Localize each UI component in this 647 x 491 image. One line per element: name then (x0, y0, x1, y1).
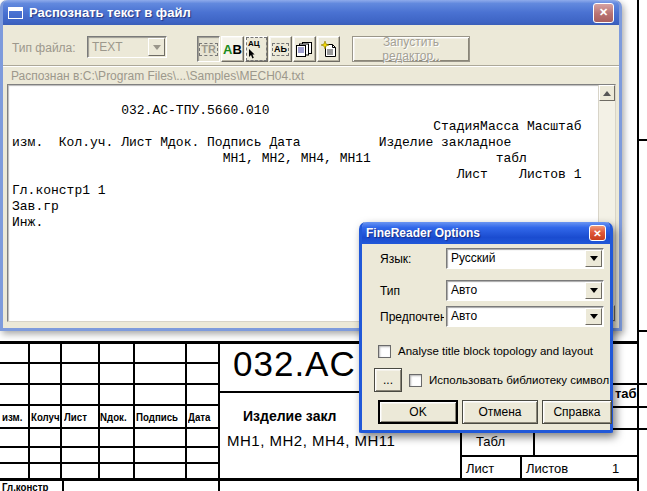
drawing-chief-designer: Гл.констр (2, 481, 48, 491)
new-page-toolbutton[interactable] (317, 36, 340, 62)
type-value: Авто (451, 283, 477, 297)
drawing-product-title: Изделие закл (243, 408, 337, 424)
analyse-title-block-label: Analyse title block topology and layout (398, 345, 593, 357)
analyse-title-block-checkbox[interactable] (378, 345, 391, 358)
drawing-number: 032.AC (233, 344, 356, 384)
dialog-body: Язык: Русский Тип Авто Предпочтен Авто A… (362, 244, 610, 427)
drawing-line (613, 383, 647, 385)
drawing-header-list: Лист (64, 411, 87, 423)
language-value: Русский (451, 251, 496, 265)
help-button[interactable]: Справка (542, 400, 612, 424)
drawing-line (60, 342, 62, 478)
drawing-scale-fragment: таб (615, 386, 637, 401)
drawing-sheets-count: 1 (612, 461, 619, 476)
drawing-line (613, 428, 647, 430)
chevron-down-icon[interactable] (148, 38, 165, 56)
recognize-window-titlebar[interactable]: Распознать текст в файл ✕ (3, 0, 619, 25)
drawing-header-data: Дата (188, 411, 210, 423)
drawing-line (133, 342, 135, 478)
finereader-options-dialog: FineReader Options ✕ Язык: Русский Тип А… (359, 222, 613, 433)
chevron-down-icon[interactable] (585, 250, 602, 267)
close-icon[interactable]: ✕ (589, 225, 606, 241)
use-symbol-library-label: Использовать библиотеку символ (429, 374, 609, 386)
drawing-line (98, 342, 100, 478)
drawing-header-izm: изм. (2, 411, 22, 423)
run-editor-button[interactable]: Запустить редактор.. (352, 36, 470, 62)
drawing-header-podpis: Подпись (136, 411, 178, 423)
type-combobox[interactable]: Авто (446, 280, 604, 301)
use-symbol-library-checkbox[interactable] (409, 374, 422, 387)
scroll-up-icon[interactable] (599, 85, 615, 101)
drawing-line (520, 456, 522, 480)
drawing-line (533, 433, 535, 457)
file-type-label: Тип файла: (12, 41, 76, 55)
select-block-icon: АЦ (246, 37, 267, 61)
drawing-header-koluch: Колуч (31, 411, 60, 423)
file-type-combobox[interactable]: TEXT (87, 36, 167, 58)
drawing-line (637, 0, 639, 491)
new-page-icon (321, 41, 337, 58)
recognize-toolbutton[interactable]: TR (197, 36, 220, 62)
close-icon[interactable]: ✕ (593, 3, 614, 23)
drawing-line (613, 406, 647, 408)
copy-pages-toolbutton[interactable] (293, 36, 316, 62)
language-combobox[interactable]: Русский (446, 248, 604, 269)
chevron-down-icon[interactable] (585, 308, 602, 325)
drawing-line (218, 342, 220, 491)
drawing-line (185, 342, 187, 478)
text-style-icon: АЬ (272, 43, 289, 56)
preference-label: Предпочтен (380, 310, 444, 324)
drawing-product-items: МН1, МН2, МН4, МН11 (227, 432, 395, 449)
browse-dots-button[interactable]: ... (374, 368, 402, 392)
file-type-value: TEXT (92, 40, 123, 54)
select-block-toolbutton[interactable]: АЦ (245, 36, 268, 62)
copy-pages-icon (296, 41, 313, 57)
dialog-title: FineReader Options (366, 226, 480, 240)
window-icon (8, 7, 23, 19)
preference-value: Авто (451, 309, 477, 323)
drawing-sheets-label: Листов (526, 461, 568, 476)
format-toolbutton[interactable]: AB (221, 36, 244, 62)
drawing-header-ndok: Nдок. (100, 411, 127, 423)
type-label: Тип (380, 284, 400, 298)
language-label: Язык: (380, 252, 411, 266)
chevron-down-icon[interactable] (585, 282, 602, 299)
toolbar-divider (3, 65, 619, 67)
drawing-line (460, 433, 462, 480)
recognize-icon: TR (199, 43, 218, 56)
preference-combobox[interactable]: Авто (446, 306, 604, 327)
drawing-line (62, 478, 64, 491)
window-title: Распознать текст в файл (29, 5, 191, 20)
status-text: Распознан в:C:\Program Files\...\Samples… (11, 69, 304, 83)
screen: { "background": { "drawing_number": "032… (0, 0, 647, 491)
drawing-sheet-label: Лист (466, 461, 494, 476)
text-style-toolbutton[interactable]: АЬ (269, 36, 292, 62)
drawing-line (0, 478, 637, 481)
cancel-button[interactable]: Отмена (462, 400, 538, 424)
ok-button[interactable]: OK (378, 400, 458, 424)
drawing-line (28, 342, 30, 478)
drawing-line (460, 455, 637, 457)
dialog-titlebar[interactable]: FineReader Options ✕ (362, 222, 610, 244)
drawing-tabl-label: Табл (476, 434, 505, 449)
format-ab-icon: AB (223, 42, 242, 57)
